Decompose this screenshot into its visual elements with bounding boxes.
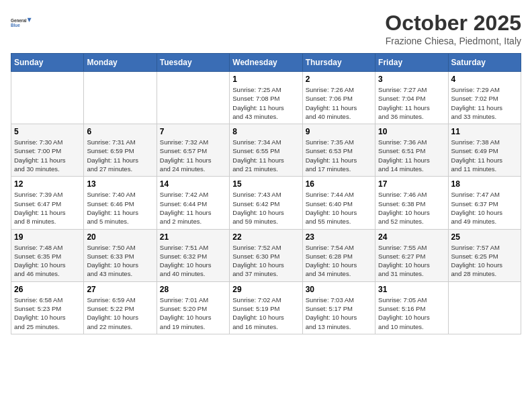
calendar-cell: 5Sunrise: 7:30 AM Sunset: 7:00 PM Daylig… xyxy=(11,124,84,177)
day-number: 12 xyxy=(14,179,81,189)
location-subtitle: Frazione Chiesa, Piedmont, Italy xyxy=(385,36,521,46)
svg-marker-2 xyxy=(28,18,32,22)
calendar-cell: 31Sunrise: 7:05 AM Sunset: 5:16 PM Dayli… xyxy=(375,281,448,334)
day-number: 8 xyxy=(232,127,299,136)
day-number: 30 xyxy=(306,285,372,294)
calendar-week-row: 5Sunrise: 7:30 AM Sunset: 7:00 PM Daylig… xyxy=(11,124,521,177)
day-info: Sunrise: 7:30 AM Sunset: 7:00 PM Dayligh… xyxy=(14,138,81,173)
day-info: Sunrise: 7:36 AM Sunset: 6:51 PM Dayligh… xyxy=(378,138,445,173)
calendar-week-row: 12Sunrise: 7:39 AM Sunset: 6:47 PM Dayli… xyxy=(11,177,521,229)
day-number: 16 xyxy=(306,179,372,189)
calendar-cell: 9Sunrise: 7:35 AM Sunset: 6:53 PM Daylig… xyxy=(302,124,375,177)
day-info: Sunrise: 7:54 AM Sunset: 6:28 PM Dayligh… xyxy=(306,243,372,279)
day-number: 9 xyxy=(306,127,372,136)
day-info: Sunrise: 7:39 AM Sunset: 6:47 PM Dayligh… xyxy=(14,190,81,226)
day-number: 3 xyxy=(378,75,445,84)
day-info: Sunrise: 7:25 AM Sunset: 7:08 PM Dayligh… xyxy=(232,85,299,121)
day-info: Sunrise: 7:01 AM Sunset: 5:20 PM Dayligh… xyxy=(160,295,226,331)
day-number: 10 xyxy=(378,127,445,136)
day-number: 29 xyxy=(232,285,299,294)
day-info: Sunrise: 7:52 AM Sunset: 6:30 PM Dayligh… xyxy=(232,243,299,279)
calendar-cell xyxy=(84,72,157,124)
day-number: 31 xyxy=(378,285,445,294)
logo-icon: GeneralBlue xyxy=(11,11,35,35)
calendar-cell: 8Sunrise: 7:34 AM Sunset: 6:55 PM Daylig… xyxy=(230,124,302,177)
day-number: 28 xyxy=(160,285,226,294)
day-number: 24 xyxy=(378,232,445,242)
svg-text:Blue: Blue xyxy=(11,23,20,28)
calendar-cell: 16Sunrise: 7:44 AM Sunset: 6:40 PM Dayli… xyxy=(302,177,375,229)
calendar-cell: 19Sunrise: 7:48 AM Sunset: 6:35 PM Dayli… xyxy=(11,229,84,281)
weekday-header: Saturday xyxy=(448,54,521,72)
day-info: Sunrise: 7:50 AM Sunset: 6:33 PM Dayligh… xyxy=(87,243,153,279)
calendar-cell: 18Sunrise: 7:47 AM Sunset: 6:37 PM Dayli… xyxy=(448,177,521,229)
day-info: Sunrise: 7:02 AM Sunset: 5:19 PM Dayligh… xyxy=(232,295,299,331)
calendar-cell: 24Sunrise: 7:55 AM Sunset: 6:27 PM Dayli… xyxy=(375,229,448,281)
day-number: 11 xyxy=(451,127,518,136)
calendar-week-row: 19Sunrise: 7:48 AM Sunset: 6:35 PM Dayli… xyxy=(11,229,521,281)
day-number: 15 xyxy=(232,179,299,189)
calendar-cell: 7Sunrise: 7:32 AM Sunset: 6:57 PM Daylig… xyxy=(157,124,229,177)
calendar-cell: 15Sunrise: 7:43 AM Sunset: 6:42 PM Dayli… xyxy=(230,177,302,229)
day-info: Sunrise: 7:44 AM Sunset: 6:40 PM Dayligh… xyxy=(306,190,372,226)
svg-text:General: General xyxy=(11,18,27,23)
day-number: 25 xyxy=(451,232,518,242)
calendar-cell: 11Sunrise: 7:38 AM Sunset: 6:49 PM Dayli… xyxy=(448,124,521,177)
day-number: 2 xyxy=(306,75,372,84)
calendar-cell: 29Sunrise: 7:02 AM Sunset: 5:19 PM Dayli… xyxy=(230,281,302,334)
calendar-cell: 6Sunrise: 7:31 AM Sunset: 6:59 PM Daylig… xyxy=(84,124,157,177)
calendar-cell: 13Sunrise: 7:40 AM Sunset: 6:46 PM Dayli… xyxy=(84,177,157,229)
day-number: 5 xyxy=(14,127,81,136)
weekday-header: Thursday xyxy=(302,54,375,72)
calendar-cell xyxy=(157,72,229,124)
weekday-header: Friday xyxy=(375,54,448,72)
weekday-header: Sunday xyxy=(11,54,84,72)
day-number: 26 xyxy=(14,285,81,294)
calendar-cell: 20Sunrise: 7:50 AM Sunset: 6:33 PM Dayli… xyxy=(84,229,157,281)
calendar-cell: 4Sunrise: 7:29 AM Sunset: 7:02 PM Daylig… xyxy=(448,72,521,124)
weekday-header: Monday xyxy=(84,54,157,72)
day-info: Sunrise: 7:48 AM Sunset: 6:35 PM Dayligh… xyxy=(14,243,81,279)
day-info: Sunrise: 7:38 AM Sunset: 6:49 PM Dayligh… xyxy=(451,138,518,173)
calendar-cell xyxy=(11,72,84,124)
day-number: 6 xyxy=(87,127,153,136)
calendar-cell: 26Sunrise: 6:58 AM Sunset: 5:23 PM Dayli… xyxy=(11,281,84,334)
day-number: 18 xyxy=(451,179,518,189)
calendar-cell: 10Sunrise: 7:36 AM Sunset: 6:51 PM Dayli… xyxy=(375,124,448,177)
calendar-cell: 28Sunrise: 7:01 AM Sunset: 5:20 PM Dayli… xyxy=(157,281,229,334)
day-info: Sunrise: 7:40 AM Sunset: 6:46 PM Dayligh… xyxy=(87,190,153,226)
day-info: Sunrise: 7:31 AM Sunset: 6:59 PM Dayligh… xyxy=(87,138,153,173)
day-info: Sunrise: 7:26 AM Sunset: 7:06 PM Dayligh… xyxy=(306,85,372,121)
calendar-cell: 25Sunrise: 7:57 AM Sunset: 6:25 PM Dayli… xyxy=(448,229,521,281)
day-number: 4 xyxy=(451,75,518,84)
calendar-cell: 30Sunrise: 7:03 AM Sunset: 5:17 PM Dayli… xyxy=(302,281,375,334)
day-info: Sunrise: 7:03 AM Sunset: 5:17 PM Dayligh… xyxy=(306,295,372,331)
day-info: Sunrise: 7:34 AM Sunset: 6:55 PM Dayligh… xyxy=(232,138,299,173)
day-number: 23 xyxy=(306,232,372,242)
calendar-week-row: 1Sunrise: 7:25 AM Sunset: 7:08 PM Daylig… xyxy=(11,72,521,124)
title-block: October 2025 Frazione Chiesa, Piedmont, … xyxy=(385,11,521,46)
day-info: Sunrise: 6:59 AM Sunset: 5:22 PM Dayligh… xyxy=(87,295,153,331)
calendar-cell: 17Sunrise: 7:46 AM Sunset: 6:38 PM Dayli… xyxy=(375,177,448,229)
month-title: October 2025 xyxy=(385,11,521,36)
day-info: Sunrise: 7:51 AM Sunset: 6:32 PM Dayligh… xyxy=(160,243,226,279)
day-number: 21 xyxy=(160,232,226,242)
calendar-cell: 3Sunrise: 7:27 AM Sunset: 7:04 PM Daylig… xyxy=(375,72,448,124)
calendar-cell: 21Sunrise: 7:51 AM Sunset: 6:32 PM Dayli… xyxy=(157,229,229,281)
calendar-cell xyxy=(448,281,521,334)
day-info: Sunrise: 7:42 AM Sunset: 6:44 PM Dayligh… xyxy=(160,190,226,226)
day-info: Sunrise: 7:46 AM Sunset: 6:38 PM Dayligh… xyxy=(378,190,445,226)
calendar-week-row: 26Sunrise: 6:58 AM Sunset: 5:23 PM Dayli… xyxy=(11,281,521,334)
day-info: Sunrise: 7:27 AM Sunset: 7:04 PM Dayligh… xyxy=(378,85,445,121)
day-info: Sunrise: 7:47 AM Sunset: 6:37 PM Dayligh… xyxy=(451,190,518,226)
page-header: GeneralBlue October 2025 Frazione Chiesa… xyxy=(11,11,521,46)
day-info: Sunrise: 7:05 AM Sunset: 5:16 PM Dayligh… xyxy=(378,295,445,331)
calendar-table: SundayMondayTuesdayWednesdayThursdayFrid… xyxy=(11,53,521,334)
day-number: 19 xyxy=(14,232,81,242)
day-number: 1 xyxy=(232,75,299,84)
day-info: Sunrise: 6:58 AM Sunset: 5:23 PM Dayligh… xyxy=(14,295,81,331)
day-number: 7 xyxy=(160,127,226,136)
day-number: 17 xyxy=(378,179,445,189)
day-info: Sunrise: 7:55 AM Sunset: 6:27 PM Dayligh… xyxy=(378,243,445,279)
day-number: 27 xyxy=(87,285,153,294)
